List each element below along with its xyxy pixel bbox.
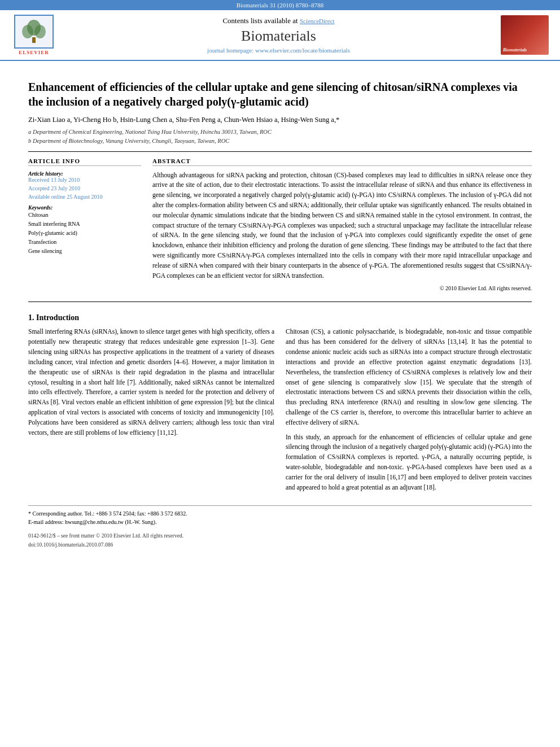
keyword-gene-silencing: Gene silencing bbox=[28, 247, 141, 256]
accepted-date: Accepted 23 July 2010 bbox=[28, 185, 141, 191]
corresponding-author: * Corresponding author. Tel.: +886 3 574… bbox=[28, 509, 532, 518]
keywords-label: Keywords: bbox=[28, 204, 141, 211]
svg-point-2 bbox=[34, 25, 46, 38]
sciencedirect-link[interactable]: ScienceDirect bbox=[300, 18, 335, 24]
intro-right-p2: In this study, an approach for the enhan… bbox=[286, 433, 532, 493]
authors: Zi-Xian Liao a, Yi-Cheng Ho b, Hsin-Lung… bbox=[28, 116, 532, 124]
journal-header: ELSEVIER Contents lists available at Sci… bbox=[0, 10, 560, 61]
doi-line: doi:10.1016/j.biomaterials.2010.07.086 bbox=[28, 541, 532, 549]
contents-available-text: Contents lists available at ScienceDirec… bbox=[62, 16, 495, 25]
content-area: Enhancement of efficiencies of the cellu… bbox=[0, 61, 560, 558]
introduction-section: 1. Introduction Small interfering RNAs (… bbox=[28, 313, 532, 497]
keyword-transfection: Transfection bbox=[28, 238, 141, 247]
abstract-text: Although advantageous for siRNA packing … bbox=[152, 171, 532, 281]
keywords-list: Chitosan Small interfering RNA Poly(γ-gl… bbox=[28, 211, 141, 256]
journal-title: Biomaterials bbox=[62, 28, 495, 45]
journal-header-center: Contents lists available at ScienceDirec… bbox=[62, 16, 495, 54]
affiliation-b: b Department of Biotechnology, Vanung Un… bbox=[28, 137, 532, 146]
footer-info: 0142-9612/$ – see front matter © 2010 El… bbox=[28, 532, 532, 549]
received-date: Received 13 July 2010 bbox=[28, 177, 141, 183]
biomaterials-logo-text: Biomaterials bbox=[503, 47, 527, 53]
intro-label: Introduction bbox=[36, 313, 79, 322]
introduction-body: Small interfering RNAs (siRNAs), known t… bbox=[28, 327, 532, 497]
intro-right-p1: Chitosan (CS), a cationic polysaccharide… bbox=[286, 327, 532, 427]
abstract-heading: Abstract bbox=[152, 158, 532, 166]
contents-label: Contents lists available at bbox=[222, 16, 298, 25]
abstract-panel: Abstract Although advantageous for siRNA… bbox=[152, 158, 532, 292]
top-bar: Biomaterials 31 (2010) 8780–8788 bbox=[0, 0, 560, 10]
article-info-abstract: Article Info Article history: Received 1… bbox=[28, 158, 532, 292]
footnote-area: * Corresponding author. Tel.: +886 3 574… bbox=[28, 505, 532, 526]
keyword-sirna: Small interfering RNA bbox=[28, 220, 141, 229]
affiliation-a: a Department of Chemical Engineering, Na… bbox=[28, 128, 532, 137]
article-info-heading: Article Info bbox=[28, 158, 141, 166]
intro-title: 1. Introduction bbox=[28, 313, 532, 322]
divider-bottom bbox=[28, 302, 532, 302]
elsevier-tree-logo bbox=[14, 15, 54, 49]
intro-left-p1: Small interfering RNAs (siRNAs), known t… bbox=[28, 327, 274, 438]
top-bar-text: Biomaterials 31 (2010) 8780–8788 bbox=[237, 2, 323, 8]
elsevier-wordmark: ELSEVIER bbox=[19, 50, 49, 55]
article-info-panel: Article Info Article history: Received 1… bbox=[28, 158, 141, 292]
elsevier-tree-svg bbox=[20, 19, 48, 45]
article-title: Enhancement of efficiencies of the cellu… bbox=[28, 80, 532, 109]
keyword-pga: Poly(γ-glutamic acid) bbox=[28, 229, 141, 238]
available-date: Available online 25 August 2010 bbox=[28, 194, 141, 200]
svg-point-1 bbox=[22, 25, 33, 38]
intro-left-col: Small interfering RNAs (siRNAs), known t… bbox=[28, 327, 274, 497]
journal-homepage: journal homepage: www.elsevier.com/locat… bbox=[62, 47, 495, 54]
keyword-chitosan: Chitosan bbox=[28, 211, 141, 220]
affiliations: a Department of Chemical Engineering, Na… bbox=[28, 128, 532, 146]
intro-number: 1. bbox=[28, 313, 36, 322]
email-address: E-mail address: hwsung@che.nthu.edu.tw (… bbox=[28, 518, 532, 526]
svg-rect-3 bbox=[32, 37, 36, 43]
history-label: Article history: bbox=[28, 171, 141, 177]
biomaterials-logo: Biomaterials bbox=[501, 15, 549, 55]
copyright: © 2010 Elsevier Ltd. All rights reserved… bbox=[152, 285, 532, 291]
intro-right-col: Chitosan (CS), a cationic polysaccharide… bbox=[286, 327, 532, 497]
divider-top bbox=[28, 151, 532, 152]
issn-line: 0142-9612/$ – see front matter © 2010 El… bbox=[28, 532, 532, 540]
elsevier-logo: ELSEVIER bbox=[11, 15, 56, 55]
